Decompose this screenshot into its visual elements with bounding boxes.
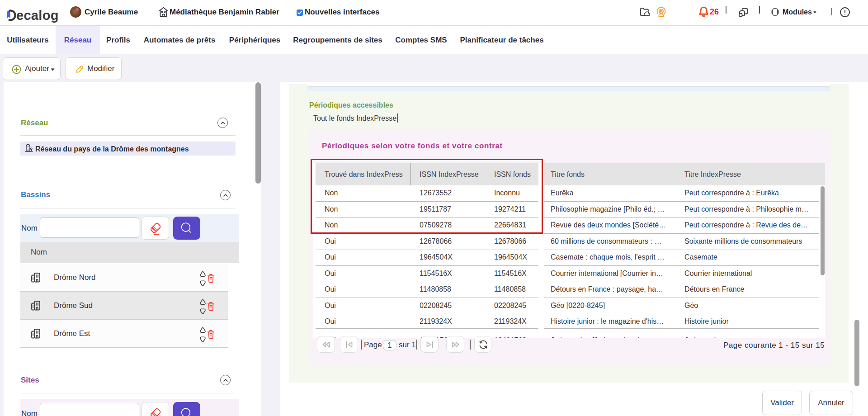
svg-text:ecalog: ecalog [16, 8, 59, 23]
